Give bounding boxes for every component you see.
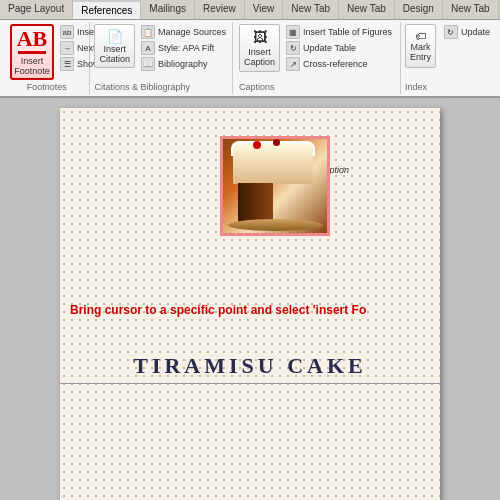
captions-group-label: Captions (239, 80, 394, 92)
insert-footnote-label: InsertFootnote (14, 56, 50, 76)
tab-newtab3[interactable]: New Tab (443, 0, 499, 19)
table-of-figures-icon: ▦ (286, 25, 300, 39)
mark-entry-icon: 🏷 (415, 30, 426, 42)
manage-sources-label: Manage Sources (158, 27, 226, 37)
style-icon: A (141, 41, 155, 55)
index-group-label: Index (405, 80, 492, 92)
document-area: Caption Bring cursor to a specific point… (0, 98, 500, 500)
document-title[interactable]: TIRAMISU CAKE (60, 353, 440, 384)
update-table-icon: ↻ (286, 41, 300, 55)
mark-entry-label: MarkEntry (410, 42, 431, 62)
ribbon: Page Layout References Mailings Review V… (0, 0, 500, 98)
tab-design[interactable]: Design (395, 0, 443, 19)
bibliography-button[interactable]: 📖 Bibliography (139, 56, 228, 72)
footnote-line-icon (18, 51, 46, 54)
update-index-button[interactable]: ↻ Update (442, 24, 492, 40)
tab-mailings[interactable]: Mailings (141, 0, 195, 19)
ribbon-tab-bar: Page Layout References Mailings Review V… (0, 0, 500, 20)
cross-reference-button[interactable]: ↗ Cross-reference (284, 56, 394, 72)
caption-icon: 🖼 (253, 29, 267, 45)
mark-entry-button[interactable]: 🏷 MarkEntry (405, 24, 436, 68)
bibliography-label: Bibliography (158, 59, 208, 69)
ab-icon: AB (17, 28, 48, 50)
cake-plate (228, 219, 323, 231)
show-notes-icon: ☰ (60, 57, 74, 71)
captions-content: 🖼 InsertCaption ▦ Insert Table of Figure… (239, 24, 394, 80)
insert-citation-button[interactable]: 📄 InsertCitation (94, 24, 135, 68)
manage-sources-icon: 📋 (141, 25, 155, 39)
insert-caption-btn-label: InsertCaption (244, 47, 275, 67)
index-group: 🏷 MarkEntry ↻ Update Index (401, 22, 496, 94)
document-page[interactable]: Caption Bring cursor to a specific point… (60, 108, 440, 500)
ribbon-body: AB InsertFootnote ab Insert Endnote → Ne… (0, 20, 500, 98)
next-footnote-icon: → (60, 41, 74, 55)
cake-top (233, 144, 313, 184)
cross-reference-label: Cross-reference (303, 59, 368, 69)
bibliography-icon: 📖 (141, 57, 155, 71)
footnotes-group-content: AB InsertFootnote ab Insert Endnote → Ne… (10, 24, 83, 80)
insert-caption-button[interactable]: 🖼 InsertCaption (239, 24, 280, 72)
document-image-frame[interactable] (220, 136, 330, 236)
instruction-text: Bring cursor to a specific point and sel… (70, 303, 430, 317)
update-table-label: Update Table (303, 43, 356, 53)
citation-icon: 📄 (107, 29, 123, 44)
insert-footnote-button[interactable]: AB InsertFootnote (10, 24, 54, 80)
cake-berry1 (253, 141, 261, 149)
tab-page-layout[interactable]: Page Layout (0, 0, 73, 19)
captions-group: 🖼 InsertCaption ▦ Insert Table of Figure… (233, 22, 401, 94)
insert-table-figures-label: Insert Table of Figures (303, 27, 392, 37)
citations-group: 📄 InsertCitation 📋 Manage Sources A Styl… (90, 22, 233, 94)
style-label: Style: APA Fift (158, 43, 214, 53)
footnotes-group: AB InsertFootnote ab Insert Endnote → Ne… (4, 22, 90, 94)
footnotes-group-label: Footnotes (27, 80, 67, 92)
update-index-label: Update (461, 27, 490, 37)
update-table-button[interactable]: ↻ Update Table (284, 40, 394, 56)
tab-view[interactable]: View (245, 0, 284, 19)
citations-group-label: Citations & Bibliography (94, 80, 228, 92)
cake-berry2 (273, 139, 280, 146)
cake-image (223, 139, 327, 233)
cross-reference-icon: ↗ (286, 57, 300, 71)
tab-references[interactable]: References (73, 0, 141, 19)
tab-newtab2[interactable]: New Tab (339, 0, 395, 19)
tab-newtab1[interactable]: New Tab (283, 0, 339, 19)
update-index-icon: ↻ (444, 25, 458, 39)
endnote-icon: ab (60, 25, 74, 39)
captions-small-buttons: ▦ Insert Table of Figures ↻ Update Table… (284, 24, 394, 72)
insert-citation-label: InsertCitation (99, 44, 130, 64)
insert-table-of-figures-button[interactable]: ▦ Insert Table of Figures (284, 24, 394, 40)
tab-review[interactable]: Review (195, 0, 245, 19)
manage-sources-button[interactable]: 📋 Manage Sources (139, 24, 228, 40)
style-dropdown[interactable]: A Style: APA Fift (139, 40, 228, 56)
